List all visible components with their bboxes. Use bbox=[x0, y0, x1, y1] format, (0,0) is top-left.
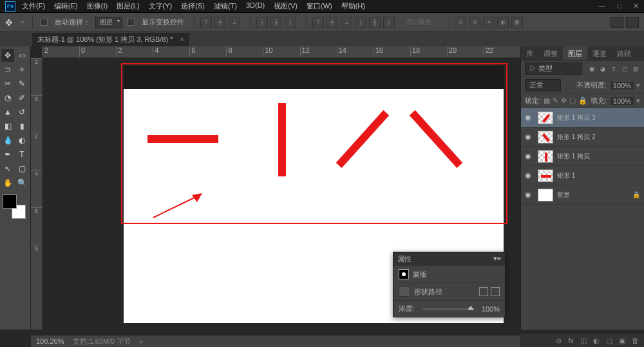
move-tool[interactable]: ✥ bbox=[1, 49, 14, 62]
spot-heal-tool[interactable]: ◔ bbox=[1, 91, 14, 104]
lock-artboard-icon[interactable]: ▢ bbox=[569, 97, 576, 105]
menu-layer[interactable]: 图层(L) bbox=[117, 1, 139, 11]
type-tool[interactable]: T bbox=[15, 148, 28, 161]
menu-filter[interactable]: 滤镜(T) bbox=[214, 1, 237, 11]
filter-adjust-icon[interactable]: ◕ bbox=[598, 64, 607, 73]
color-swatches[interactable] bbox=[1, 194, 27, 220]
menu-view[interactable]: 视图(V) bbox=[274, 1, 298, 11]
tab-library[interactable]: 库 bbox=[521, 46, 538, 60]
3d-btn[interactable]: ⊙ bbox=[455, 17, 466, 28]
fg-color[interactable] bbox=[3, 194, 17, 209]
distribute-btn[interactable]: ┤ bbox=[383, 17, 395, 28]
zoom-readout[interactable]: 108.26% bbox=[36, 337, 64, 345]
marquee-tool[interactable]: ▭ bbox=[15, 49, 28, 62]
dodge-tool[interactable]: ◐ bbox=[15, 134, 28, 147]
layer-row[interactable]: ◉ 矩形 1 拷贝 3 bbox=[521, 108, 644, 127]
opacity-value[interactable]: 100% bbox=[611, 82, 634, 89]
visibility-icon[interactable]: ◉ bbox=[525, 191, 534, 200]
zoom-tool[interactable]: 🔍 bbox=[15, 176, 28, 189]
pen-tool[interactable]: ✒ bbox=[1, 148, 14, 161]
document-tab[interactable]: 末标题-1 @ 108% (矩形 1 拷贝 3, RGB/8) * × bbox=[32, 33, 189, 46]
tab-paths[interactable]: 路径 bbox=[612, 46, 636, 60]
new-layer-icon[interactable]: ▣ bbox=[619, 337, 625, 345]
eraser-tool[interactable]: ◧ bbox=[1, 120, 14, 133]
layer-mask-icon[interactable]: ◫ bbox=[580, 337, 587, 345]
distribute-btn[interactable]: ⊤ bbox=[312, 17, 324, 28]
pixel-mask-icon[interactable] bbox=[479, 287, 488, 296]
crop-tool[interactable]: ✂ bbox=[1, 77, 14, 90]
hand-tool[interactable]: ✋ bbox=[1, 176, 14, 189]
3d-btn[interactable]: ▦ bbox=[511, 17, 523, 28]
menu-window[interactable]: 窗口(W) bbox=[307, 1, 332, 11]
show-transform-checkbox[interactable] bbox=[128, 19, 135, 26]
3d-btn[interactable]: ✦ bbox=[483, 17, 495, 28]
delete-layer-icon[interactable]: 🗑 bbox=[632, 337, 639, 344]
auto-select-target[interactable]: 图层 bbox=[95, 17, 122, 28]
layer-style-icon[interactable]: fx bbox=[568, 337, 574, 344]
eyedropper-tool[interactable]: ✎ bbox=[15, 77, 28, 90]
tab-channels[interactable]: 通道 bbox=[587, 46, 612, 60]
layer-thumbnail[interactable] bbox=[538, 189, 553, 202]
close-icon[interactable]: ✕ bbox=[633, 2, 639, 10]
menu-3d[interactable]: 3D(D) bbox=[246, 1, 265, 11]
density-slider[interactable] bbox=[422, 308, 474, 310]
filter-shape-icon[interactable]: ◫ bbox=[620, 64, 629, 73]
filter-pixel-icon[interactable]: ▣ bbox=[587, 64, 596, 73]
fill-value[interactable]: 100% bbox=[611, 97, 634, 105]
clone-tool[interactable]: ▲ bbox=[1, 106, 14, 118]
link-layers-icon[interactable]: ⊘ bbox=[556, 337, 562, 345]
panel-menu-icon[interactable]: ▾≡ bbox=[493, 254, 501, 264]
menu-file[interactable]: 文件(F) bbox=[22, 1, 45, 11]
layer-thumbnail[interactable] bbox=[538, 111, 553, 124]
align-btn[interactable]: ⊥ bbox=[229, 17, 240, 28]
filter-kind-dropdown[interactable]: ▷ 类型 bbox=[525, 62, 582, 75]
tool-preset-icon[interactable] bbox=[5, 17, 15, 28]
visibility-icon[interactable]: ◉ bbox=[525, 113, 534, 122]
3d-btn[interactable]: ⊚ bbox=[469, 17, 480, 28]
menu-text[interactable]: 文字(Y) bbox=[149, 1, 173, 11]
properties-panel[interactable]: 属性 ▾≡ 蒙版 形状路径 浓度: 100% bbox=[393, 252, 506, 317]
menu-edit[interactable]: 编辑(E) bbox=[54, 1, 78, 11]
lock-pixels-icon[interactable]: ✎ bbox=[553, 97, 558, 105]
filter-smart-icon[interactable]: ▥ bbox=[631, 64, 640, 73]
workspace-btn[interactable] bbox=[626, 17, 639, 28]
menu-image[interactable]: 图像(I) bbox=[87, 1, 108, 11]
layer-row[interactable]: ◉ 矩形 1 bbox=[521, 166, 644, 185]
menu-help[interactable]: 帮助(H) bbox=[341, 1, 365, 11]
visibility-icon[interactable]: ◉ bbox=[525, 152, 534, 161]
close-tab-icon[interactable]: × bbox=[180, 35, 184, 43]
distribute-btn[interactable]: ├ bbox=[355, 17, 366, 28]
density-value[interactable]: 100% bbox=[482, 305, 500, 313]
magic-wand-tool[interactable]: ✧ bbox=[15, 63, 28, 76]
workspace-btn[interactable] bbox=[611, 17, 623, 28]
history-brush-tool[interactable]: ↺ bbox=[15, 106, 28, 118]
distribute-btn[interactable]: ⊥ bbox=[341, 17, 352, 28]
auto-select-checkbox[interactable] bbox=[41, 19, 48, 26]
layer-thumbnail[interactable] bbox=[538, 131, 553, 144]
blur-tool[interactable]: 💧 bbox=[1, 134, 14, 147]
tab-adjust[interactable]: 调整 bbox=[538, 46, 563, 60]
layer-row[interactable]: ◉ 背景 🔒 bbox=[521, 185, 644, 205]
rectangle-tool[interactable]: ▢ bbox=[15, 162, 28, 175]
layer-thumbnail[interactable] bbox=[538, 150, 553, 163]
visibility-icon[interactable]: ◉ bbox=[525, 133, 534, 142]
lasso-tool[interactable]: ⊃ bbox=[1, 63, 14, 76]
gradient-tool[interactable]: ▮ bbox=[15, 120, 28, 133]
menu-select[interactable]: 选择(S) bbox=[181, 1, 205, 11]
align-btn[interactable]: ╪ bbox=[214, 17, 226, 28]
lock-transparent-icon[interactable]: ▩ bbox=[544, 97, 550, 105]
minimize-icon[interactable]: — bbox=[598, 2, 605, 10]
align-btn[interactable]: ┤ bbox=[285, 17, 296, 28]
align-btn[interactable]: ⊤ bbox=[200, 17, 212, 28]
maximize-icon[interactable]: □ bbox=[617, 2, 621, 10]
distribute-btn[interactable]: ╪ bbox=[327, 17, 338, 28]
3d-btn[interactable]: ◐ bbox=[497, 17, 509, 28]
tab-layers[interactable]: 图层 bbox=[563, 46, 587, 60]
lock-position-icon[interactable]: ✥ bbox=[561, 97, 567, 105]
adjustment-layer-icon[interactable]: ◐ bbox=[593, 337, 600, 345]
visibility-icon[interactable]: ◉ bbox=[525, 171, 534, 180]
layer-row[interactable]: ◉ 矩形 1 拷贝 bbox=[521, 147, 644, 166]
path-select-tool[interactable]: ↖ bbox=[1, 162, 14, 175]
document-info[interactable]: 文档:1.83M/0 字节 bbox=[73, 337, 131, 346]
vector-mask-icon[interactable] bbox=[491, 287, 500, 296]
